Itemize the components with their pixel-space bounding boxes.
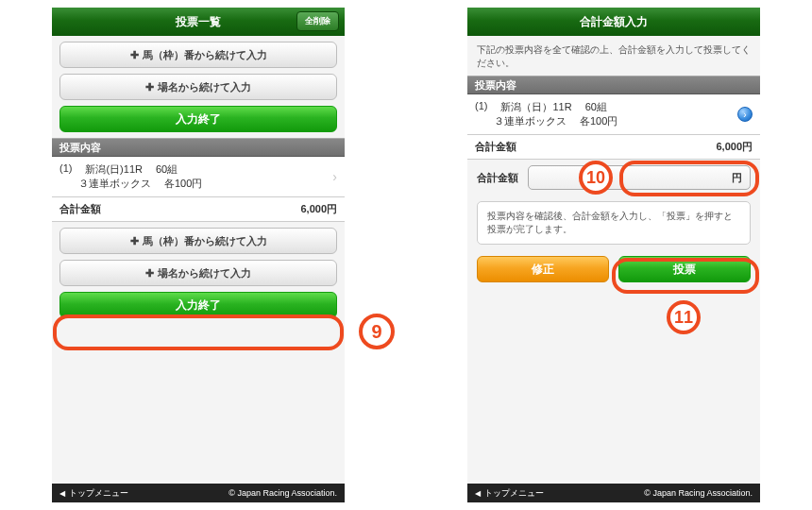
button-label: 馬（枠）番から続けて入力 [143,234,267,248]
ticket-unit: 各100円 [580,114,617,128]
copyright: © Japan Racing Association. [228,488,337,498]
total-value: 6,000円 [716,140,753,154]
screen-body: ✚ 馬（枠）番から続けて入力 ✚ 場名から続けて入力 入力終了 投票内容 (1)… [52,36,345,484]
callout-number-11: 11 [667,300,701,334]
ticket-index: (1) [59,162,72,177]
ticket-track: 新潟（日）11R [500,100,571,114]
header-bar: 投票一覧 全削除 [52,8,345,36]
amount-input-wrap: 円 [528,165,751,190]
arrow-right-icon: › [737,107,753,122]
ticket-row[interactable]: (1) 新潟（日）11R 60組 ３連単ボックス 各100円 › [467,94,760,135]
amount-unit: 円 [732,171,742,185]
amount-input[interactable] [536,171,726,184]
total-label: 合計金額 [59,202,101,216]
amount-entry-row: 合計金額 円 [467,160,760,196]
continue-from-horse-button-2[interactable]: ✚ 馬（枠）番から続けて入力 [59,228,337,254]
ticket-type: ３連単ボックス [494,114,567,128]
section-header-contents: 投票内容 [52,138,345,157]
chevron-right-icon: › [332,169,337,184]
screen-ticket-list: 投票一覧 全削除 ✚ 馬（枠）番から続けて入力 ✚ 場名から続けて入力 入力終了… [52,8,345,502]
continue-from-horse-button[interactable]: ✚ 馬（枠）番から続けて入力 [59,42,337,68]
button-label: 入力終了 [176,298,221,314]
footer-bar: ◀トップメニュー © Japan Racing Association. [52,484,345,502]
plus-icon: ✚ [130,235,139,247]
total-row: 合計金額 6,000円 [467,135,760,160]
ticket-combo: 60組 [585,100,607,114]
finish-input-button[interactable]: 入力終了 [59,106,337,132]
ticket-row[interactable]: (1) 新潟(日)11R 60組 ３連単ボックス 各100円 › [52,157,345,197]
total-row: 合計金額 6,000円 [52,197,345,222]
copyright: © Japan Racing Association. [644,488,753,498]
finish-input-button-2[interactable]: 入力終了 [59,292,337,318]
instruction-text: 下記の投票内容を全て確認の上、合計金額を入力して投票してください。 [467,36,760,76]
delete-all-button[interactable]: 全削除 [296,11,339,31]
button-label: 場名から続けて入力 [158,80,251,94]
total-label: 合計金額 [475,140,516,154]
button-label: 入力終了 [176,111,221,128]
top-menu-link[interactable]: ◀トップメニュー [475,487,544,500]
action-buttons: 修正 投票 [467,250,760,288]
triangle-left-icon: ◀ [475,489,481,498]
plus-icon: ✚ [145,267,154,280]
ticket-track: 新潟(日)11R [85,162,143,177]
plus-icon: ✚ [145,81,154,94]
footer-menu-label: トップメニュー [69,488,128,498]
screen-total-amount: 合計金額入力 下記の投票内容を全て確認の上、合計金額を入力して投票してください。… [467,8,760,502]
screen-body: 下記の投票内容を全て確認の上、合計金額を入力して投票してください。 投票内容 (… [467,36,760,484]
button-label: 修正 [532,262,554,278]
footer-bar: ◀トップメニュー © Japan Racing Association. [467,484,760,502]
callout-number-9: 9 [359,314,395,349]
button-label: 馬（枠）番から続けて入力 [143,48,267,62]
top-menu-link[interactable]: ◀トップメニュー [59,487,128,500]
header-title: 投票一覧 [176,14,221,30]
ticket-index: (1) [475,100,487,114]
total-value: 6,000円 [300,202,337,216]
callout-number-10: 10 [579,161,613,195]
continue-from-place-button-2[interactable]: ✚ 場名から続けて入力 [59,260,337,286]
section-header-contents: 投票内容 [467,76,760,94]
continue-from-place-button[interactable]: ✚ 場名から続けて入力 [59,74,337,100]
button-label: 場名から続けて入力 [158,266,251,280]
header-title: 合計金額入力 [580,14,648,30]
button-label: 投票 [673,262,696,278]
ticket-type: ３連単ボックス [78,177,151,191]
ticket-combo: 60組 [156,162,178,177]
header-bar: 合計金額入力 [467,8,760,36]
vote-button[interactable]: 投票 [618,256,751,282]
amount-label: 合計金額 [477,171,518,185]
triangle-left-icon: ◀ [59,489,65,498]
ticket-unit: 各100円 [164,177,202,191]
fix-button[interactable]: 修正 [477,256,609,282]
info-box: 投票内容を確認後、合計金額を入力し、「投票」を押すと投票が完了します。 [477,201,751,245]
footer-menu-label: トップメニュー [484,488,544,498]
plus-icon: ✚ [130,49,139,61]
